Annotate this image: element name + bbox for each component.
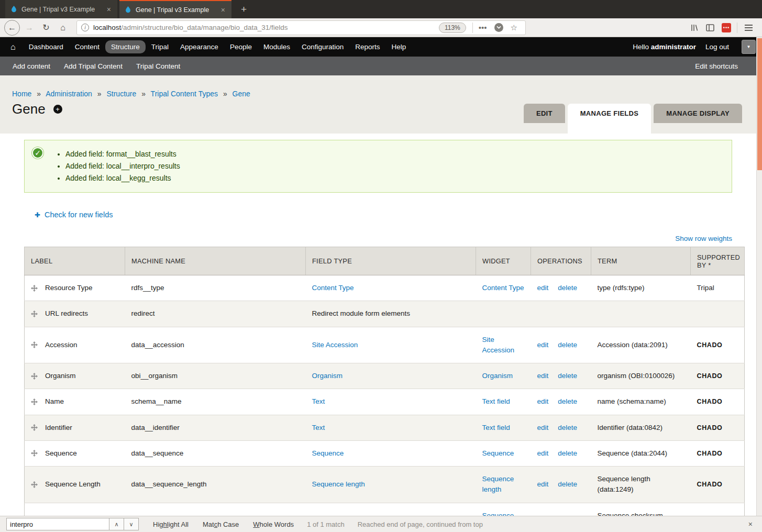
delete-link[interactable]: delete [558, 424, 577, 431]
browser-tab-active[interactable]: Gene | Tripal v3 Example × [119, 0, 231, 18]
find-previous-button[interactable]: ∧ [109, 518, 124, 530]
toolbar-item-dashboard[interactable]: Dashboard [23, 40, 69, 53]
edit-shortcuts-link[interactable]: Edit shortcuts [695, 62, 738, 70]
tab-edit[interactable]: EDIT [524, 104, 565, 123]
delete-link[interactable]: delete [558, 397, 577, 405]
status-message: ✓ Added field: format__blast_results Add… [24, 140, 732, 193]
field-type-link[interactable]: Site Accession [312, 341, 358, 349]
breadcrumb-administration[interactable]: Administration [46, 90, 92, 98]
tab-close-icon[interactable]: × [106, 5, 112, 14]
match-case-button[interactable]: Match Case [203, 520, 239, 528]
widget-link[interactable]: Site Accession [482, 336, 515, 354]
supported-by: CHADO [697, 341, 723, 349]
tab-manage-display[interactable]: MANAGE DISPLAY [654, 104, 742, 123]
toolbar-item-help[interactable]: Help [386, 40, 412, 53]
toolbar-item-reports[interactable]: Reports [349, 40, 385, 53]
browser-tab-inactive[interactable]: Gene | Tripal v3 Example × [5, 0, 117, 18]
find-input[interactable] [6, 518, 109, 530]
drag-handle-icon[interactable] [31, 398, 38, 405]
breadcrumb-structure[interactable]: Structure [106, 90, 136, 98]
widget-link[interactable]: Content Type [482, 284, 524, 292]
site-info-icon[interactable]: i [81, 24, 89, 31]
delete-link[interactable]: delete [558, 341, 577, 349]
widget-link[interactable]: Sequence length [482, 475, 514, 493]
widget-link[interactable]: Organism [482, 372, 513, 380]
library-icon[interactable] [687, 24, 702, 32]
drag-handle-icon[interactable] [31, 341, 38, 348]
field-type-link[interactable]: Text [312, 397, 325, 405]
toolbar-item-tripal[interactable]: Tripal [146, 40, 174, 53]
field-type-link[interactable]: Organism [312, 372, 343, 380]
whole-words-button[interactable]: Whole Words [253, 520, 294, 528]
edit-link[interactable]: edit [537, 372, 549, 380]
home-button[interactable]: ⌂ [56, 20, 70, 35]
admin-home-icon[interactable]: ⌂ [10, 42, 16, 52]
zoom-level-badge[interactable]: 113% [439, 23, 466, 33]
edit-link[interactable]: edit [537, 449, 549, 457]
delete-link[interactable]: delete [558, 284, 577, 292]
tab-manage-fields[interactable]: MANAGE FIELDS [568, 104, 651, 134]
tab-close-icon[interactable]: × [220, 6, 226, 14]
widget-link[interactable]: Text field [482, 424, 510, 431]
field-type-link[interactable]: Sequence [312, 449, 344, 457]
tab-title: Gene | Tripal v3 Example [136, 6, 216, 14]
page-scrollbar[interactable] [756, 37, 762, 516]
check-new-fields-link[interactable]: Check for new fields [45, 210, 113, 219]
breadcrumb-gene[interactable]: Gene [233, 90, 250, 98]
show-row-weights-link[interactable]: Show row weights [675, 235, 732, 242]
field-type-link[interactable]: Sequence length [312, 480, 365, 488]
edit-link[interactable]: edit [537, 341, 549, 349]
delete-link[interactable]: delete [558, 449, 577, 457]
toolbar-item-modules[interactable]: Modules [258, 40, 296, 53]
add-shortcut-icon[interactable]: + [53, 105, 62, 114]
sidebar-icon[interactable] [702, 24, 718, 31]
drag-handle-icon[interactable] [31, 424, 38, 431]
delete-link[interactable]: delete [558, 372, 577, 380]
field-type-link[interactable]: Content Type [312, 284, 354, 292]
page-title: Gene [12, 101, 46, 117]
new-tab-button[interactable]: + [234, 0, 254, 18]
find-next-button[interactable]: ∨ [124, 518, 139, 530]
url-bar[interactable]: i localhost/admin/structure/bio_data/man… [76, 20, 526, 35]
toolbar-item-content[interactable]: Content [69, 40, 105, 53]
field-type-link[interactable]: Text [312, 424, 325, 431]
scrollbar-thumb[interactable] [757, 38, 762, 170]
drag-handle-icon[interactable] [31, 373, 38, 380]
find-close-icon[interactable]: × [745, 520, 756, 528]
edit-link[interactable]: edit [537, 480, 549, 488]
drag-handle-icon[interactable] [31, 481, 38, 488]
widget-link[interactable]: Text field [482, 397, 510, 405]
toolbar-item-configuration[interactable]: Configuration [296, 40, 349, 53]
pocket-button[interactable] [491, 23, 507, 32]
toolbar-toggle-button[interactable]: ▼ [742, 40, 756, 54]
field-label: Sequence [45, 448, 77, 459]
drag-handle-icon[interactable] [31, 285, 38, 292]
shortcut-add-content[interactable]: Add content [13, 62, 50, 70]
highlight-all-button[interactable]: Highlight All [153, 520, 189, 528]
machine-name: schema__name [125, 389, 306, 415]
edit-link[interactable]: edit [537, 397, 549, 405]
back-button[interactable]: ← [4, 20, 20, 36]
delete-link[interactable]: delete [558, 480, 577, 488]
drag-handle-icon[interactable] [31, 311, 38, 317]
menu-hamburger-icon[interactable] [739, 25, 758, 31]
reload-button[interactable]: ↻ [39, 20, 53, 35]
edit-link[interactable]: edit [537, 284, 549, 292]
drag-handle-icon[interactable] [31, 450, 38, 457]
shortcut-add-tripal-content[interactable]: Add Tripal Content [64, 62, 123, 70]
shortcut-tripal-content[interactable]: Tripal Content [136, 62, 180, 70]
breadcrumb-tripal-content-types[interactable]: Tripal Content Types [151, 90, 218, 98]
edit-link[interactable]: edit [537, 424, 549, 431]
field-label: Sequence Length [45, 479, 101, 490]
widget-link[interactable]: Sequence [482, 449, 514, 457]
page-actions-icon[interactable]: ••• [475, 23, 491, 32]
toolbar-item-structure[interactable]: Structure [105, 40, 146, 53]
forward-button[interactable]: → [22, 20, 37, 35]
breadcrumb-home[interactable]: Home [12, 90, 31, 98]
extension-button[interactable]: ••• [718, 23, 735, 32]
toolbar-item-appearance[interactable]: Appearance [174, 40, 224, 53]
toolbar-item-people[interactable]: People [224, 40, 258, 53]
bookmark-star-icon[interactable]: ☆ [507, 23, 521, 32]
term: Sequence (data:2044) [591, 440, 691, 466]
logout-link[interactable]: Log out [705, 43, 729, 51]
